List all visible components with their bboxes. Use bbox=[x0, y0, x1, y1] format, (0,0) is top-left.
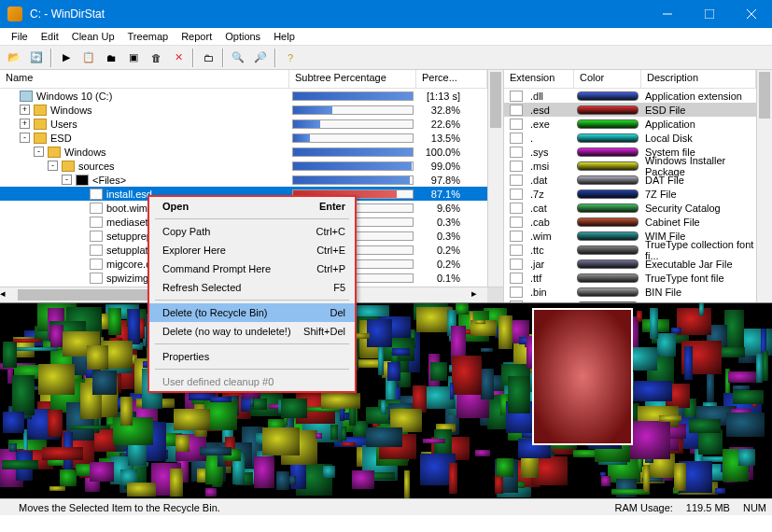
treemap-block[interactable] bbox=[733, 390, 764, 404]
treemap-block[interactable] bbox=[60, 469, 77, 486]
tree-row[interactable]: +Users22.6% bbox=[0, 117, 487, 131]
treemap-block[interactable] bbox=[352, 470, 374, 489]
tree-expander-icon[interactable]: - bbox=[34, 147, 44, 157]
treemap-block[interactable] bbox=[342, 442, 356, 446]
refresh-icon[interactable]: 🔄 bbox=[26, 48, 47, 68]
treemap-block[interactable] bbox=[366, 427, 402, 447]
treemap-block[interactable] bbox=[128, 309, 140, 343]
treemap-block[interactable] bbox=[481, 348, 493, 352]
treemap-block[interactable] bbox=[475, 450, 490, 456]
treemap-block[interactable] bbox=[707, 370, 714, 402]
tree-expander-icon[interactable]: + bbox=[20, 119, 30, 129]
tree-expander-icon[interactable]: + bbox=[20, 105, 30, 115]
header-description[interactable]: Description bbox=[641, 70, 756, 88]
tree-row[interactable]: -<Files>97.8% bbox=[0, 173, 487, 187]
treemap-block[interactable] bbox=[254, 456, 274, 488]
treemap-block[interactable] bbox=[170, 469, 183, 497]
explorer-icon[interactable]: 🖿 bbox=[101, 48, 121, 68]
zoom-out-icon[interactable]: 🔎 bbox=[250, 48, 271, 68]
treemap-block[interactable] bbox=[430, 362, 447, 381]
treemap-block[interactable] bbox=[92, 371, 117, 396]
cmd-icon[interactable]: ▣ bbox=[123, 48, 144, 68]
treemap-block[interactable] bbox=[650, 308, 658, 339]
treemap-block[interactable] bbox=[456, 303, 470, 314]
treemap-block[interactable] bbox=[643, 465, 650, 491]
header-extension[interactable]: Extension bbox=[504, 70, 574, 88]
treemap-block[interactable] bbox=[699, 303, 704, 315]
treemap-block[interactable] bbox=[316, 433, 323, 439]
context-menu-item[interactable]: Explorer HereCtrl+E bbox=[149, 241, 355, 259]
header-color[interactable]: Color bbox=[574, 70, 641, 88]
treemap-block[interactable] bbox=[250, 398, 255, 406]
tree-row[interactable]: -ESD13.5% bbox=[0, 131, 487, 145]
tree-expander-icon[interactable]: - bbox=[62, 175, 72, 185]
copy-icon[interactable]: 📋 bbox=[78, 48, 99, 68]
context-menu-item[interactable]: Command Prompt HereCtrl+P bbox=[149, 259, 355, 278]
treemap-block[interactable] bbox=[659, 415, 681, 422]
treemap-block[interactable] bbox=[378, 343, 384, 375]
context-menu-item[interactable]: Copy PathCtrl+C bbox=[149, 222, 355, 241]
treemap-block[interactable] bbox=[17, 347, 58, 352]
ext-row[interactable]: .cabCabinet File bbox=[504, 215, 756, 229]
treemap-block[interactable] bbox=[404, 470, 410, 498]
treemap-block[interactable] bbox=[450, 383, 454, 399]
treemap-block[interactable] bbox=[756, 354, 763, 383]
treemap-block[interactable] bbox=[9, 443, 17, 452]
treemap-block[interactable] bbox=[698, 429, 723, 454]
treemap-block[interactable] bbox=[50, 325, 63, 346]
menu-cleanup[interactable]: Clean Up bbox=[66, 30, 120, 43]
treemap-block[interactable] bbox=[321, 393, 360, 409]
treemap-block[interactable] bbox=[423, 439, 445, 443]
open-icon[interactable]: 📂 bbox=[4, 48, 24, 68]
menu-file[interactable]: File bbox=[6, 30, 34, 43]
treemap-block[interactable] bbox=[392, 348, 410, 356]
ext-row[interactable]: .dllApplication extension bbox=[504, 89, 756, 103]
treemap-block[interactable] bbox=[449, 463, 457, 494]
treemap-block[interactable] bbox=[210, 397, 232, 402]
treemap-block[interactable] bbox=[715, 488, 725, 494]
treemap-block[interactable] bbox=[281, 399, 307, 419]
treemap-block[interactable] bbox=[674, 463, 686, 490]
tree-row[interactable]: -Windows100.0% bbox=[0, 145, 487, 159]
ext-row[interactable]: .jarExecutable Jar File bbox=[504, 257, 756, 271]
treemap-block[interactable] bbox=[497, 458, 513, 477]
treemap-block[interactable] bbox=[200, 447, 232, 455]
tree-row[interactable]: +Windows32.8% bbox=[0, 103, 487, 117]
ext-row[interactable]: .msiWindows Installer Package bbox=[504, 159, 756, 173]
minimize-button[interactable] bbox=[646, 0, 688, 28]
treemap-block[interactable] bbox=[127, 483, 156, 497]
tree-row[interactable]: Windows 10 (C:)[1:13 s] bbox=[0, 89, 487, 103]
help-icon[interactable]: ? bbox=[280, 48, 301, 68]
maximize-button[interactable] bbox=[688, 0, 730, 28]
ext-row[interactable]: .exeApplication bbox=[504, 117, 756, 131]
treemap-block[interactable] bbox=[381, 400, 386, 413]
treemap-block[interactable] bbox=[12, 375, 35, 416]
treemap-block[interactable] bbox=[601, 476, 610, 486]
trash-icon[interactable]: 🗑 bbox=[146, 48, 166, 68]
treemap-block[interactable] bbox=[637, 311, 642, 322]
treemap-block[interactable] bbox=[262, 427, 300, 456]
context-menu-item[interactable]: Properties bbox=[149, 347, 355, 366]
close-button[interactable] bbox=[730, 0, 772, 28]
treemap-block[interactable] bbox=[728, 371, 757, 383]
header-name[interactable]: Name bbox=[0, 70, 289, 88]
treemap-block[interactable] bbox=[49, 486, 65, 492]
treemap-block[interactable] bbox=[323, 466, 335, 478]
treemap-block[interactable] bbox=[763, 351, 768, 380]
treemap-block[interactable] bbox=[2, 460, 38, 470]
treemap-block[interactable] bbox=[475, 320, 485, 324]
treemap-block[interactable] bbox=[342, 427, 346, 441]
tree-expander-icon[interactable]: - bbox=[20, 133, 30, 143]
context-menu-item[interactable]: Refresh SelectedF5 bbox=[149, 278, 355, 297]
treemap-block[interactable] bbox=[452, 356, 482, 395]
ext-row[interactable]: .datDAT File bbox=[504, 173, 756, 187]
treemap-block[interactable] bbox=[276, 471, 289, 490]
treemap-block[interactable] bbox=[175, 435, 189, 452]
treemap-block[interactable] bbox=[3, 342, 17, 368]
treemap-block[interactable] bbox=[289, 476, 296, 485]
ext-scroll-v[interactable] bbox=[756, 70, 772, 302]
treemap-block[interactable] bbox=[174, 409, 210, 430]
ext-row[interactable]: .Local Disk bbox=[504, 131, 756, 145]
treemap-block[interactable] bbox=[481, 369, 494, 399]
treemap-block[interactable] bbox=[367, 319, 392, 347]
